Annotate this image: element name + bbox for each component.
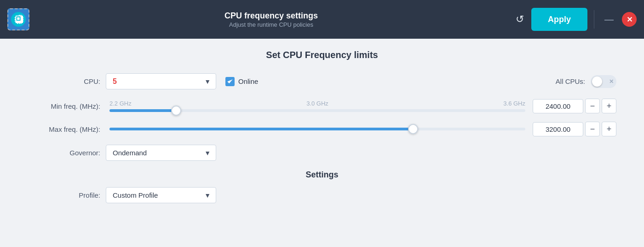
max-freq-input[interactable]: [533, 122, 583, 136]
toggle-x-icon: ✕: [609, 78, 614, 85]
plus-icon: +: [607, 101, 612, 111]
max-freq-row: Max freq. (MHz): − +: [28, 122, 616, 136]
max-freq-slider-container: [109, 128, 525, 130]
cpu-select[interactable]: 0 1 2 3 4 5 6 7: [106, 73, 216, 89]
min-freq-slider-container: 2.2 GHz 3.0 GHz 3.6 GHz: [109, 100, 525, 112]
min-freq-decrease-button[interactable]: −: [585, 99, 600, 113]
min-freq-row: Min freq. (MHz): 2.2 GHz 3.0 GHz 3.6 GHz…: [28, 99, 616, 113]
online-checkbox[interactable]: [225, 77, 235, 86]
minus-icon-2: −: [590, 124, 595, 134]
main-window: CPU frequency settings Adjust the runtim…: [0, 0, 644, 247]
titlebar-center: CPU frequency settings Adjust the runtim…: [37, 11, 506, 28]
all-cpus-label: All CPUs:: [556, 77, 585, 85]
profile-select[interactable]: Custom Profile Performance Powersave Bal…: [106, 187, 216, 203]
window-subtitle: Adjust the runtime CPU policies: [37, 21, 506, 28]
checkmark-icon: [227, 78, 233, 85]
settings-heading: Settings: [28, 170, 616, 180]
titlebar: CPU frequency settings Adjust the runtim…: [0, 0, 644, 39]
min-freq-fill: [109, 109, 176, 112]
app-icon-wrapper: [7, 8, 29, 30]
governor-row: Governor: Ondemand Performance Powersave…: [28, 145, 616, 161]
min-freq-input-group: − +: [533, 99, 616, 113]
min-freq-marker-2: 3.0 GHz: [306, 100, 328, 107]
min-freq-label: Min freq. (MHz):: [28, 102, 106, 110]
governor-label: Governor:: [28, 149, 106, 157]
cpu-row: CPU: 0 1 2 3 4 5 6 7 ▼: [28, 73, 616, 89]
minus-icon: −: [590, 101, 595, 111]
min-freq-input[interactable]: [533, 99, 583, 113]
cpu-select-wrapper: 0 1 2 3 4 5 6 7 ▼: [106, 73, 216, 89]
profile-label: Profile:: [28, 191, 106, 199]
main-content: Set CPU Frequency limits CPU: 0 1 2 3 4 …: [0, 39, 644, 247]
close-button[interactable]: ✕: [622, 12, 637, 27]
minimize-button[interactable]: —: [601, 13, 617, 26]
all-cpus-toggle[interactable]: ✕: [591, 75, 616, 88]
min-freq-marker-3: 3.6 GHz: [503, 100, 525, 107]
min-freq-thumb[interactable]: [171, 106, 181, 116]
governor-select-wrapper: Ondemand Performance Powersave Conservat…: [106, 145, 216, 161]
app-icon: [11, 12, 26, 27]
plus-icon-2: +: [607, 124, 612, 134]
max-freq-thumb[interactable]: [408, 124, 418, 134]
profile-select-wrapper: Custom Profile Performance Powersave Bal…: [106, 187, 216, 203]
online-label: Online: [238, 77, 258, 85]
profile-row: Profile: Custom Profile Performance Powe…: [28, 187, 616, 203]
max-freq-decrease-button[interactable]: −: [585, 122, 600, 136]
max-freq-label: Max freq. (MHz):: [28, 125, 106, 133]
apply-button[interactable]: Apply: [531, 8, 587, 31]
cpu-label: CPU:: [28, 77, 106, 85]
max-freq-track: [109, 128, 525, 130]
cpu-icon: [13, 14, 23, 24]
refresh-button[interactable]: ↺: [513, 11, 527, 28]
max-freq-fill: [109, 128, 413, 130]
titlebar-divider: [594, 10, 594, 29]
online-row: Online: [225, 77, 258, 86]
max-freq-input-group: − +: [533, 122, 616, 136]
toggle-knob: [592, 76, 602, 87]
min-freq-track: [109, 109, 525, 112]
close-icon: ✕: [627, 15, 632, 24]
refresh-icon: ↺: [516, 13, 524, 25]
titlebar-actions: ↺ Apply — ✕: [513, 8, 637, 31]
min-freq-marker-1: 2.2 GHz: [109, 100, 132, 107]
minimize-icon: —: [604, 14, 614, 24]
all-cpus-row: All CPUs: ✕: [556, 75, 616, 88]
section-heading: Set CPU Frequency limits: [28, 50, 616, 60]
window-title: CPU frequency settings: [37, 11, 506, 21]
min-freq-increase-button[interactable]: +: [602, 99, 616, 113]
max-freq-increase-button[interactable]: +: [602, 122, 616, 136]
governor-select[interactable]: Ondemand Performance Powersave Conservat…: [106, 145, 216, 161]
